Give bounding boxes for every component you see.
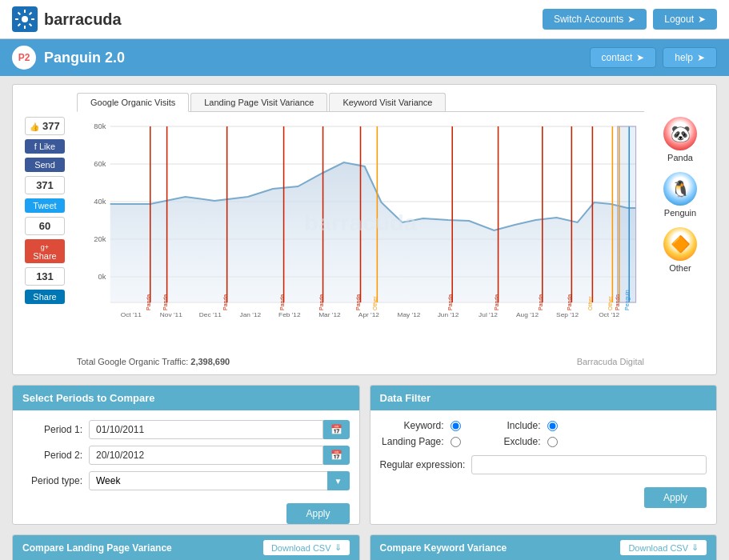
period1-row: Period 1: 📅 [22, 420, 350, 439]
bottom-panels-row1: Select Periods to Compare Period 1: 📅 Pe… [12, 385, 717, 525]
like-count: 👍 377 [25, 117, 65, 135]
exclude-radio[interactable] [547, 437, 558, 447]
svg-text:20k: 20k [94, 235, 106, 243]
period1-calendar-button[interactable]: 📅 [323, 420, 350, 439]
legend-panda[interactable]: 🐼 Panda [663, 117, 697, 162]
linkedin-count: 131 [25, 267, 65, 286]
other-label: Other [669, 263, 691, 273]
svg-text:Panda: Panda [318, 294, 324, 310]
logo: barracuda [12, 6, 122, 32]
select-periods-header: Select Periods to Compare [13, 386, 359, 410]
other-icon: 🔶 [663, 227, 697, 261]
svg-text:Mar '12: Mar '12 [318, 311, 341, 318]
traffic-value: 2,398,690 [190, 357, 230, 366]
compare-landing-title: Compare Landing Page Variance [22, 542, 172, 554]
tab-landing-page[interactable]: Landing Page Visit Variance [190, 93, 327, 111]
page-title: Panguin 2.0 [44, 50, 125, 66]
compare-keyword-download-button[interactable]: Download CSV ⇓ [620, 540, 707, 555]
tab-keyword-variance[interactable]: Keyword Visit Variance [329, 93, 446, 111]
linkedin-share-button[interactable]: Share [25, 290, 65, 304]
svg-text:Jan '12: Jan '12 [240, 311, 262, 318]
svg-text:Panda: Panda [355, 294, 362, 310]
contact-icon: ➤ [636, 52, 644, 63]
svg-text:Feb '12: Feb '12 [278, 311, 301, 318]
period1-input-group: 📅 [89, 420, 350, 439]
logout-icon: ➤ [698, 14, 706, 25]
chart-footer: Total Google Organic Traffic: 2,398,690 … [77, 357, 644, 366]
header: barracuda Switch Accounts ➤ Logout ➤ [0, 0, 729, 39]
share-count: 60 [25, 217, 65, 235]
svg-text:Apr '12: Apr '12 [358, 311, 380, 318]
period1-label: Period 1: [22, 424, 82, 435]
regex-input[interactable] [471, 455, 707, 474]
svg-text:Other: Other [587, 296, 594, 310]
landing-page-row: Landing Page: [380, 436, 461, 447]
svg-text:May '12: May '12 [398, 311, 421, 318]
svg-text:Sep '12: Sep '12 [556, 311, 579, 318]
regex-label: Regular expression: [380, 459, 466, 470]
period-type-select[interactable]: Day Week Month [89, 471, 350, 490]
tab-google-organic[interactable]: Google Organic Visits [77, 93, 189, 112]
compare-landing-download-button[interactable]: Download CSV ⇓ [263, 540, 350, 555]
svg-text:barracuda: barracuda [304, 210, 418, 235]
share-button[interactable]: g+ Share [25, 239, 65, 263]
period1-input[interactable] [89, 420, 323, 439]
svg-text:Panda: Panda [222, 294, 229, 310]
like-button[interactable]: f Like [25, 139, 65, 154]
switch-accounts-button[interactable]: Switch Accounts ➤ [543, 9, 647, 30]
help-button[interactable]: help ➤ [663, 47, 717, 68]
chart-wrapper: 👍 377 f Like Send 371 Tweet 60 g+ Share [12, 84, 717, 375]
period-type-row: Period type: Day Week Month ▼ [22, 471, 350, 490]
logout-button[interactable]: Logout ➤ [653, 9, 717, 30]
exclude-label: Exclude: [477, 436, 541, 447]
subheader: P2 Panguin 2.0 contact ➤ help ➤ [0, 39, 729, 76]
filter-options-row2: Landing Page: Exclude: [380, 436, 707, 447]
svg-text:Jul '12: Jul '12 [479, 311, 498, 318]
svg-text:Dec '11: Dec '11 [199, 311, 222, 318]
legend-other[interactable]: 🔶 Other [663, 227, 697, 273]
svg-text:80k: 80k [94, 122, 106, 130]
period2-label: Period 2: [22, 450, 82, 461]
send-button[interactable]: Send [25, 158, 65, 172]
select-periods-panel: Select Periods to Compare Period 1: 📅 Pe… [12, 385, 360, 525]
period2-row: Period 2: 📅 [22, 446, 350, 465]
period2-input[interactable] [89, 446, 323, 465]
period2-input-group: 📅 [89, 446, 350, 465]
filter-apply-button[interactable]: Apply [644, 487, 707, 508]
penguin-icon: 🐧 [663, 172, 697, 206]
tweet-button[interactable]: Tweet [25, 198, 65, 213]
svg-text:Nov '11: Nov '11 [160, 311, 182, 318]
periods-apply-button[interactable]: Apply [286, 503, 349, 524]
penguin-label: Penguin [664, 208, 696, 218]
help-icon: ➤ [697, 52, 705, 63]
svg-text:Panda: Panda [493, 294, 499, 310]
regex-row: Regular expression: [380, 455, 707, 474]
period2-calendar-button[interactable]: 📅 [323, 446, 350, 465]
svg-text:Other: Other [372, 296, 379, 310]
include-radio[interactable] [547, 421, 558, 431]
landing-page-radio[interactable] [451, 437, 461, 447]
svg-text:Oct '11: Oct '11 [121, 311, 142, 318]
svg-text:Oct '12: Oct '12 [599, 311, 620, 318]
exclude-row: Exclude: [477, 436, 558, 447]
svg-text:0k: 0k [98, 273, 106, 281]
svg-text:Panda: Panda [278, 294, 285, 310]
main-chart: 80k 60k 40k 20k 0k [77, 118, 644, 350]
data-filter-header: Data Filter [371, 386, 717, 410]
contact-button[interactable]: contact ➤ [590, 47, 657, 68]
logo-icon [12, 6, 38, 32]
legend-sidebar: 🐼 Panda 🐧 Penguin 🔶 Other [652, 93, 708, 366]
filter-options-row: Keyword: Include: [380, 420, 707, 431]
attribution: Barracuda Digital [577, 357, 644, 366]
like-icon: f [34, 142, 37, 151]
header-buttons: Switch Accounts ➤ Logout ➤ [543, 9, 717, 30]
keyword-radio[interactable] [451, 421, 461, 431]
compare-panels-row: Compare Landing Page Variance Download C… [12, 534, 717, 560]
select-periods-body: Period 1: 📅 Period 2: 📅 Period type: [13, 410, 359, 506]
period-type-label: Period type: [22, 475, 82, 486]
svg-text:Panda: Panda [146, 294, 152, 310]
include-label: Include: [477, 420, 541, 431]
svg-rect-65 [618, 126, 636, 302]
period-type-select-wrap: Day Week Month ▼ [89, 471, 350, 490]
legend-penguin[interactable]: 🐧 Penguin [663, 172, 697, 218]
